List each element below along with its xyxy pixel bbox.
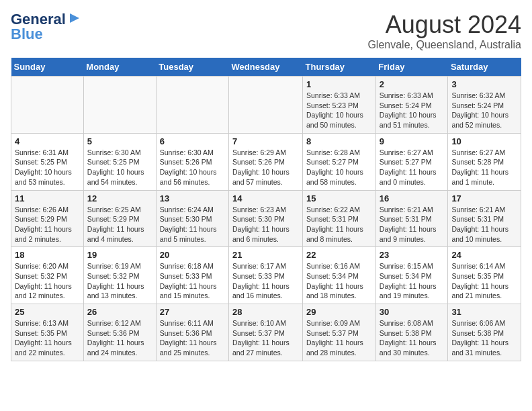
day-info: Sunrise: 6:12 AMSunset: 5:36 PMDaylight:… xyxy=(87,318,152,358)
weekday-header-thursday: Thursday xyxy=(303,58,376,77)
calendar-table: SundayMondayTuesdayWednesdayThursdayFrid… xyxy=(11,58,521,361)
calendar-cell xyxy=(229,77,303,134)
page-header: General Blue August 2024 Glenvale, Queen… xyxy=(11,11,521,51)
day-info: Sunrise: 6:21 AMSunset: 5:31 PMDaylight:… xyxy=(451,205,517,244)
day-info: Sunrise: 6:25 AMSunset: 5:29 PMDaylight:… xyxy=(87,205,152,244)
day-info: Sunrise: 6:24 AMSunset: 5:30 PMDaylight:… xyxy=(160,205,225,244)
day-number: 27 xyxy=(160,307,225,317)
day-number: 8 xyxy=(306,136,372,146)
day-number: 3 xyxy=(451,79,517,89)
calendar-cell: 21Sunrise: 6:17 AMSunset: 5:33 PMDayligh… xyxy=(229,247,303,304)
calendar-cell: 19Sunrise: 6:19 AMSunset: 5:32 PMDayligh… xyxy=(83,247,156,304)
day-number: 5 xyxy=(87,136,152,146)
day-info: Sunrise: 6:33 AMSunset: 5:24 PMDaylight:… xyxy=(380,91,445,130)
calendar-cell: 12Sunrise: 6:25 AMSunset: 5:29 PMDayligh… xyxy=(83,190,156,247)
day-info: Sunrise: 6:20 AMSunset: 5:32 PMDaylight:… xyxy=(15,261,80,301)
logo-blue: Blue xyxy=(11,26,43,43)
day-number: 30 xyxy=(380,307,445,317)
day-number: 19 xyxy=(87,250,152,260)
week-row-2: 4Sunrise: 6:31 AMSunset: 5:25 PMDaylight… xyxy=(11,133,521,190)
weekday-header-row: SundayMondayTuesdayWednesdayThursdayFrid… xyxy=(11,58,521,77)
day-info: Sunrise: 6:14 AMSunset: 5:35 PMDaylight:… xyxy=(451,261,517,301)
day-number: 18 xyxy=(15,250,80,260)
day-info: Sunrise: 6:30 AMSunset: 5:25 PMDaylight:… xyxy=(87,148,152,187)
day-number: 4 xyxy=(15,136,80,146)
calendar-cell: 30Sunrise: 6:08 AMSunset: 5:38 PMDayligh… xyxy=(375,304,448,361)
weekday-header-wednesday: Wednesday xyxy=(229,58,303,77)
day-info: Sunrise: 6:18 AMSunset: 5:33 PMDaylight:… xyxy=(160,261,225,301)
calendar-cell: 3Sunrise: 6:32 AMSunset: 5:24 PMDaylight… xyxy=(448,77,521,134)
day-number: 9 xyxy=(380,136,445,146)
title-block: August 2024 Glenvale, Queensland, Austra… xyxy=(367,11,521,51)
calendar-cell xyxy=(11,77,84,134)
day-info: Sunrise: 6:29 AMSunset: 5:26 PMDaylight:… xyxy=(232,148,299,187)
calendar-cell: 4Sunrise: 6:31 AMSunset: 5:25 PMDaylight… xyxy=(11,133,84,190)
weekday-header-sunday: Sunday xyxy=(11,58,84,77)
day-info: Sunrise: 6:28 AMSunset: 5:27 PMDaylight:… xyxy=(306,148,372,187)
day-number: 16 xyxy=(380,193,445,203)
calendar-cell: 25Sunrise: 6:13 AMSunset: 5:35 PMDayligh… xyxy=(11,304,84,361)
day-info: Sunrise: 6:30 AMSunset: 5:26 PMDaylight:… xyxy=(160,148,225,187)
day-number: 2 xyxy=(380,79,445,89)
calendar-cell: 13Sunrise: 6:24 AMSunset: 5:30 PMDayligh… xyxy=(156,190,228,247)
day-number: 31 xyxy=(451,307,517,317)
day-number: 10 xyxy=(451,136,517,146)
day-number: 1 xyxy=(306,79,372,89)
calendar-cell: 23Sunrise: 6:15 AMSunset: 5:34 PMDayligh… xyxy=(375,247,448,304)
week-row-3: 11Sunrise: 6:26 AMSunset: 5:29 PMDayligh… xyxy=(11,190,521,247)
calendar-cell: 27Sunrise: 6:11 AMSunset: 5:36 PMDayligh… xyxy=(156,304,228,361)
day-info: Sunrise: 6:11 AMSunset: 5:36 PMDaylight:… xyxy=(160,318,225,358)
day-info: Sunrise: 6:15 AMSunset: 5:34 PMDaylight:… xyxy=(380,261,445,301)
week-row-1: 1Sunrise: 6:33 AMSunset: 5:23 PMDaylight… xyxy=(11,77,521,134)
day-info: Sunrise: 6:22 AMSunset: 5:31 PMDaylight:… xyxy=(306,205,372,244)
day-info: Sunrise: 6:21 AMSunset: 5:31 PMDaylight:… xyxy=(380,205,445,244)
day-number: 23 xyxy=(380,250,445,260)
day-info: Sunrise: 6:26 AMSunset: 5:29 PMDaylight:… xyxy=(15,205,80,244)
day-number: 29 xyxy=(306,307,372,317)
calendar-cell: 6Sunrise: 6:30 AMSunset: 5:26 PMDaylight… xyxy=(156,133,228,190)
calendar-cell: 14Sunrise: 6:23 AMSunset: 5:30 PMDayligh… xyxy=(229,190,303,247)
day-info: Sunrise: 6:09 AMSunset: 5:37 PMDaylight:… xyxy=(306,318,372,358)
logo: General Blue xyxy=(11,11,82,43)
calendar-cell: 24Sunrise: 6:14 AMSunset: 5:35 PMDayligh… xyxy=(448,247,521,304)
calendar-cell: 9Sunrise: 6:27 AMSunset: 5:27 PMDaylight… xyxy=(375,133,448,190)
day-info: Sunrise: 6:06 AMSunset: 5:38 PMDaylight:… xyxy=(451,318,517,358)
calendar-cell: 1Sunrise: 6:33 AMSunset: 5:23 PMDaylight… xyxy=(303,77,376,134)
calendar-cell xyxy=(83,77,156,134)
day-info: Sunrise: 6:31 AMSunset: 5:25 PMDaylight:… xyxy=(15,148,80,187)
calendar-subtitle: Glenvale, Queensland, Australia xyxy=(367,39,521,51)
day-number: 28 xyxy=(232,307,299,317)
weekday-header-friday: Friday xyxy=(375,58,448,77)
logo-arrow-icon xyxy=(67,11,82,26)
calendar-title: August 2024 xyxy=(367,11,521,39)
calendar-cell: 18Sunrise: 6:20 AMSunset: 5:32 PMDayligh… xyxy=(11,247,84,304)
weekday-header-monday: Monday xyxy=(83,58,156,77)
calendar-cell xyxy=(156,77,228,134)
day-info: Sunrise: 6:32 AMSunset: 5:24 PMDaylight:… xyxy=(451,91,517,130)
day-number: 26 xyxy=(87,307,152,317)
calendar-cell: 15Sunrise: 6:22 AMSunset: 5:31 PMDayligh… xyxy=(303,190,376,247)
day-number: 17 xyxy=(451,193,517,203)
calendar-cell: 16Sunrise: 6:21 AMSunset: 5:31 PMDayligh… xyxy=(375,190,448,247)
calendar-cell: 2Sunrise: 6:33 AMSunset: 5:24 PMDaylight… xyxy=(375,77,448,134)
calendar-cell: 31Sunrise: 6:06 AMSunset: 5:38 PMDayligh… xyxy=(448,304,521,361)
day-info: Sunrise: 6:10 AMSunset: 5:37 PMDaylight:… xyxy=(232,318,299,358)
day-number: 25 xyxy=(15,307,80,317)
calendar-cell: 8Sunrise: 6:28 AMSunset: 5:27 PMDaylight… xyxy=(303,133,376,190)
day-number: 22 xyxy=(306,250,372,260)
day-info: Sunrise: 6:08 AMSunset: 5:38 PMDaylight:… xyxy=(380,318,445,358)
week-row-5: 25Sunrise: 6:13 AMSunset: 5:35 PMDayligh… xyxy=(11,304,521,361)
day-number: 24 xyxy=(451,250,517,260)
day-number: 14 xyxy=(232,193,299,203)
calendar-cell: 29Sunrise: 6:09 AMSunset: 5:37 PMDayligh… xyxy=(303,304,376,361)
calendar-cell: 7Sunrise: 6:29 AMSunset: 5:26 PMDaylight… xyxy=(229,133,303,190)
day-info: Sunrise: 6:27 AMSunset: 5:27 PMDaylight:… xyxy=(380,148,445,187)
day-number: 21 xyxy=(232,250,299,260)
day-number: 12 xyxy=(87,193,152,203)
weekday-header-saturday: Saturday xyxy=(448,58,521,77)
day-number: 11 xyxy=(15,193,80,203)
day-info: Sunrise: 6:33 AMSunset: 5:23 PMDaylight:… xyxy=(306,91,372,130)
calendar-cell: 22Sunrise: 6:16 AMSunset: 5:34 PMDayligh… xyxy=(303,247,376,304)
day-info: Sunrise: 6:19 AMSunset: 5:32 PMDaylight:… xyxy=(87,261,152,301)
calendar-cell: 11Sunrise: 6:26 AMSunset: 5:29 PMDayligh… xyxy=(11,190,84,247)
